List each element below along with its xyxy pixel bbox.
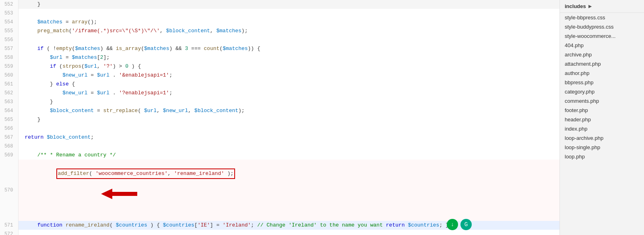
red-arrow-svg [101, 188, 137, 200]
code-table: 552 } 553 554 $matches = array(); 555 pr… [0, 0, 559, 235]
table-row: 563 } [0, 98, 559, 106]
line-number: 552 [0, 0, 18, 9]
table-row: 566 [0, 124, 559, 133]
sidebar-item-loop[interactable]: loop.php [560, 152, 644, 161]
code-line: /** * Rename a country */ [18, 151, 559, 160]
code-line [18, 142, 559, 151]
table-row: 567 return $block_content; [0, 133, 559, 142]
table-row: 555 preg_match('/iframe(.*)src=\"(\S*)\"… [0, 27, 559, 35]
table-row: 558 $url = $matches[2]; [0, 53, 559, 62]
code-editor: 552 } 553 554 $matches = array(); 555 pr… [0, 0, 559, 235]
sidebar-item-footer[interactable]: footer.php [560, 106, 644, 115]
line-number: 561 [0, 80, 18, 89]
code-line-571: function rename_ireland( $countries ) { … [18, 221, 559, 230]
table-row: 564 $block_content = str_replace( $url, … [0, 106, 559, 115]
sidebar-item-index[interactable]: index.php [560, 124, 644, 133]
sidebar-item-style-bbpress[interactable]: style-bbpress.css [560, 13, 644, 22]
code-line: preg_match('/iframe(.*)src=\"(\S*)\"/\',… [18, 27, 559, 35]
sidebar-item-bbpress[interactable]: bbpress.php [560, 78, 644, 87]
line-number: 565 [0, 115, 18, 124]
line-number: 557 [0, 44, 18, 53]
sidebar-header[interactable]: includes ▶ [560, 0, 644, 13]
line-number: 558 [0, 53, 18, 62]
table-row: 556 [0, 35, 559, 44]
line-number: 571 [0, 221, 18, 230]
sidebar-item-loop-archive[interactable]: loop-archive.php [560, 133, 644, 143]
line-number: 569 [0, 151, 18, 160]
sidebar-item-loop-single[interactable]: loop-single.php [560, 143, 644, 152]
table-row: 554 $matches = array(); [0, 18, 559, 27]
line-number: 570 [0, 160, 18, 221]
line-number: 554 [0, 18, 18, 27]
table-row: 572 [0, 230, 559, 235]
code-line [18, 9, 559, 18]
table-row: 557 if ( !empty($matches) && is_array($m… [0, 44, 559, 53]
line-number: 567 [0, 133, 18, 142]
sidebar-item-attachment[interactable]: attachment.php [560, 59, 644, 69]
svg-marker-0 [101, 189, 137, 199]
chevron-right-icon: ▶ [588, 4, 592, 8]
code-line: $matches = array(); [18, 18, 559, 27]
table-row: 569 /** * Rename a country */ [0, 151, 559, 160]
sidebar-item-header[interactable]: header.php [560, 115, 644, 124]
code-line: } [18, 98, 559, 106]
sidebar-item-style-buddypress[interactable]: style-buddypress.css [560, 22, 644, 31]
code-line [18, 124, 559, 133]
code-line: } [18, 0, 559, 9]
line-number: 553 [0, 9, 18, 18]
code-line: $url = $matches[2]; [18, 53, 559, 62]
code-line: if ( !empty($matches) && is_array($match… [18, 44, 559, 53]
line-number: 572 [0, 230, 18, 235]
sidebar-item-category[interactable]: category.php [560, 87, 644, 96]
table-row: 560 $new_url = $url . '&enablejsapi=1'; [0, 71, 559, 80]
grammarly-icon[interactable]: G [460, 219, 472, 230]
line-number: 566 [0, 124, 18, 133]
line-number: 556 [0, 35, 18, 44]
code-line: if (strpos($url, '?') > 0 ) { [18, 62, 559, 71]
table-row: 552 } [0, 0, 559, 9]
line-number: 563 [0, 98, 18, 106]
code-line: return $block_content; [18, 133, 559, 142]
sidebar-item-404[interactable]: 404.php [560, 41, 644, 50]
sidebar-item-style-woocommerce[interactable]: style-woocommerce... [560, 31, 644, 41]
table-row: 553 [0, 9, 559, 18]
table-row: 559 if (strpos($url, '?') > 0 ) { [0, 62, 559, 71]
table-row: 571 function rename_ireland( $countries … [0, 221, 559, 230]
line-number: 555 [0, 27, 18, 35]
red-highlight-box: add_filter( 'woocommerce_countries', 're… [56, 168, 235, 179]
code-line [18, 230, 559, 235]
download-icon[interactable]: ↓ [447, 219, 458, 230]
file-explorer-sidebar: includes ▶ style-bbpress.css style-buddy… [559, 0, 644, 235]
sidebar-item-archive[interactable]: archive.php [560, 50, 644, 59]
sidebar-item-author[interactable]: author.php [560, 69, 644, 78]
arrow-annotation [64, 179, 138, 212]
code-line: } [18, 115, 559, 124]
line-number: 560 [0, 71, 18, 80]
bottom-toolbar: ↓ G [447, 219, 472, 230]
table-row: 570 add_filter( 'woocommerce_countries',… [0, 160, 559, 221]
line-number: 559 [0, 62, 18, 71]
line-number: 568 [0, 142, 18, 151]
sidebar-item-comments[interactable]: comments.php [560, 96, 644, 106]
sidebar-header-label: includes [565, 3, 586, 9]
code-line: $new_url = $url . '&enablejsapi=1'; [18, 71, 559, 80]
code-line: $block_content = str_replace( $url, $new… [18, 106, 559, 115]
table-row: 565 } [0, 115, 559, 124]
line-number: 564 [0, 106, 18, 115]
table-row: 568 [0, 142, 559, 151]
code-line-570: add_filter( 'woocommerce_countries', 're… [18, 160, 559, 221]
table-row: 561 } else { [0, 80, 559, 89]
code-line [18, 35, 559, 44]
code-line: } else { [18, 80, 559, 89]
table-row: 562 $new_url = $url . '?enablejsapi=1'; [0, 89, 559, 98]
code-line: $new_url = $url . '?enablejsapi=1'; [18, 89, 559, 98]
line-number: 562 [0, 89, 18, 98]
